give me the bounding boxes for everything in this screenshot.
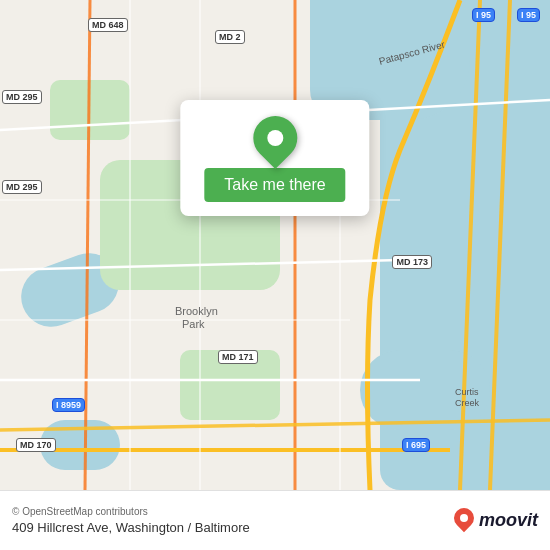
- svg-text:Brooklyn: Brooklyn: [175, 305, 218, 317]
- moovit-pin-inner-dot: [460, 514, 468, 522]
- moovit-logo: moovit: [453, 508, 538, 534]
- i95-badge-1: I 95: [517, 8, 540, 22]
- md170-badge: MD 170: [16, 438, 56, 452]
- map-attribution: © OpenStreetMap contributors: [12, 506, 445, 517]
- roads-layer: Patapsco River Brooklyn Park Curtis Cree…: [0, 0, 550, 490]
- md2-badge: MD 2: [215, 30, 245, 44]
- svg-line-0: [460, 0, 480, 490]
- md173-badge: MD 173: [392, 255, 432, 269]
- moovit-brand-text: moovit: [479, 510, 538, 531]
- address-label: 409 Hillcrest Ave, Washington / Baltimor…: [12, 520, 445, 535]
- svg-text:Park: Park: [182, 318, 205, 330]
- svg-text:Curtis: Curtis: [455, 387, 479, 397]
- i8959-badge: I 8959: [52, 398, 85, 412]
- md648-badge: MD 648: [88, 18, 128, 32]
- svg-line-13: [0, 420, 550, 430]
- location-pin: [244, 107, 306, 169]
- svg-line-3: [85, 0, 90, 490]
- md295-lower-badge: MD 295: [2, 180, 42, 194]
- take-me-there-button[interactable]: Take me there: [204, 168, 345, 202]
- pin-dot: [267, 130, 283, 146]
- md295-upper-badge: MD 295: [2, 90, 42, 104]
- i695-badge: I 695: [402, 438, 430, 452]
- bottom-bar: © OpenStreetMap contributors 409 Hillcre…: [0, 490, 550, 550]
- svg-text:Creek: Creek: [455, 398, 480, 408]
- md171-badge: MD 171: [218, 350, 258, 364]
- popup-card: Take me there: [180, 100, 369, 216]
- moovit-pin-container: [453, 508, 475, 534]
- map-container: Patapsco River Brooklyn Park Curtis Cree…: [0, 0, 550, 490]
- i95-badge-2: I 95: [472, 8, 495, 22]
- svg-line-1: [490, 0, 510, 490]
